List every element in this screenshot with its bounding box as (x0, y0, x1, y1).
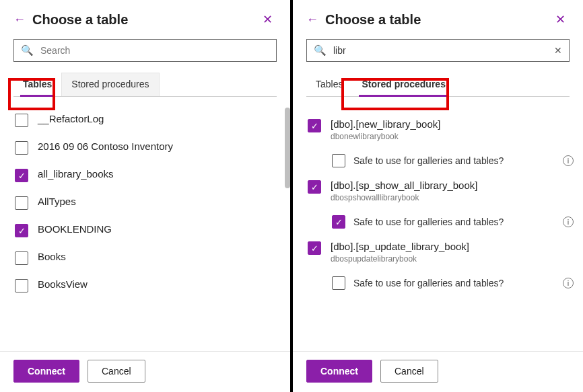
footer: Connect Cancel (293, 351, 583, 392)
search-box[interactable]: 🔍 ✕ (306, 39, 570, 62)
table-name: __RefactorLog (38, 113, 104, 125)
checkbox[interactable]: ✓ (308, 180, 321, 194)
table-name: AllTypes (38, 196, 76, 208)
checkbox[interactable] (332, 276, 345, 290)
table-row[interactable]: ✓all_library_books (15, 161, 281, 189)
checkbox[interactable]: ✓ (15, 224, 28, 237)
info-icon[interactable]: i (563, 217, 574, 227)
safe-label: Safe to use for galleries and tables? (353, 217, 559, 227)
table-name: Books (38, 251, 66, 263)
tabs: Tables Stored procedures (13, 73, 277, 97)
table-name: BooksView (38, 278, 88, 290)
checkbox[interactable] (15, 279, 28, 292)
table-name: 2016 09 06 Contoso Inventory (38, 141, 173, 153)
back-arrow-icon[interactable]: ← (306, 13, 318, 27)
footer: Connect Cancel (0, 351, 290, 392)
table-row[interactable]: BooksView (15, 272, 281, 299)
checkbox[interactable] (15, 196, 28, 210)
back-arrow-icon[interactable]: ← (13, 13, 26, 27)
safe-to-use-row[interactable]: ✓Safe to use for galleries and tables?i (308, 209, 574, 234)
table-name: BOOKLENDING (38, 223, 112, 235)
search-input[interactable] (332, 44, 554, 56)
checkbox[interactable]: ✓ (15, 169, 28, 182)
tab-tables[interactable]: Tables (306, 73, 352, 96)
tab-tables[interactable]: Tables (13, 73, 61, 96)
search-icon: 🔍 (314, 44, 327, 56)
sproc-name: [dbo].[new_library_book] (331, 118, 440, 130)
checkbox[interactable] (15, 141, 28, 155)
header: ← Choose a table ✕ (0, 0, 290, 36)
checkbox[interactable]: ✓ (332, 215, 345, 229)
info-icon[interactable]: i (563, 155, 574, 166)
safe-label: Safe to use for galleries and tables? (353, 155, 559, 166)
search-icon: 🔍 (21, 44, 34, 56)
clear-search-icon[interactable]: ✕ (554, 45, 562, 56)
connect-button[interactable]: Connect (13, 360, 79, 383)
safe-to-use-row[interactable]: Safe to use for galleries and tables?i (308, 148, 574, 173)
sproc-name: [dbo].[sp_update_library_book] (331, 241, 469, 253)
table-row[interactable]: Books (15, 244, 281, 272)
table-row[interactable]: __RefactorLog (15, 106, 281, 134)
table-list[interactable]: __RefactorLog2016 09 06 Contoso Inventor… (0, 97, 290, 351)
sproc-row[interactable]: ✓[dbo].[sp_show_all_library_book]dbospsh… (308, 173, 574, 209)
header: ← Choose a table ✕ (293, 0, 583, 36)
info-icon[interactable]: i (563, 278, 574, 288)
tab-stored-procedures[interactable]: Stored procedures (352, 73, 454, 96)
cancel-button[interactable]: Cancel (380, 360, 438, 383)
safe-to-use-row[interactable]: Safe to use for galleries and tables?i (308, 270, 574, 295)
connect-button[interactable]: Connect (306, 360, 372, 383)
table-row[interactable]: ✓BOOKLENDING (15, 217, 281, 244)
safe-label: Safe to use for galleries and tables? (353, 278, 559, 288)
checkbox[interactable] (332, 154, 345, 167)
table-name: all_library_books (38, 168, 114, 180)
tab-stored-procedures[interactable]: Stored procedures (61, 73, 159, 96)
checkbox[interactable]: ✓ (308, 119, 321, 132)
close-icon[interactable]: ✕ (259, 9, 277, 30)
search-input[interactable] (39, 44, 269, 56)
cancel-button[interactable]: Cancel (88, 360, 145, 383)
checkbox[interactable] (15, 251, 28, 265)
tabs: Tables Stored procedures (306, 73, 570, 97)
choose-table-panel-left: ← Choose a table ✕ 🔍 Tables Stored proce… (0, 0, 290, 392)
checkbox[interactable]: ✓ (308, 241, 321, 255)
choose-table-panel-right: ← Choose a table ✕ 🔍 ✕ Tables Stored pro… (293, 0, 583, 392)
sproc-subtext: dbospupdatelibrarybook (331, 254, 469, 264)
close-icon[interactable]: ✕ (551, 9, 570, 30)
scrollbar-thumb[interactable] (285, 108, 290, 188)
sproc-row[interactable]: ✓[dbo].[sp_update_library_book]dbospupda… (308, 234, 574, 270)
search-box[interactable]: 🔍 (13, 39, 277, 62)
sproc-row[interactable]: ✓[dbo].[new_library_book]dbonewlibrarybo… (308, 112, 574, 148)
table-row[interactable]: AllTypes (15, 189, 281, 217)
checkbox[interactable] (15, 114, 28, 127)
panel-title: Choose a table (325, 12, 551, 28)
panel-title: Choose a table (32, 12, 259, 28)
sproc-name: [dbo].[sp_show_all_library_book] (331, 180, 477, 192)
sproc-subtext: dbonewlibrarybook (331, 132, 440, 141)
sproc-subtext: dbospshowalllibrarybook (331, 193, 477, 202)
table-row[interactable]: 2016 09 06 Contoso Inventory (15, 134, 281, 161)
sproc-list[interactable]: ✓[dbo].[new_library_book]dbonewlibrarybo… (293, 97, 583, 351)
